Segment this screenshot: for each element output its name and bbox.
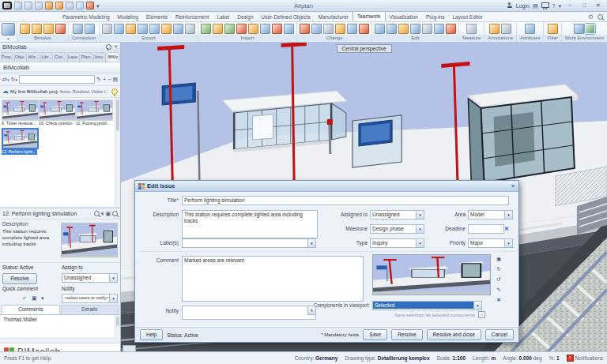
ribbon-tool-icon[interactable]	[323, 24, 334, 34]
chevron-down-icon[interactable]: ▾	[307, 306, 316, 315]
issue-thumbnail[interactable]: 9. Ticket revaluat...	[2, 99, 37, 126]
chevron-down-icon[interactable]: ▾	[416, 224, 424, 234]
type-select[interactable]: Inquiry▾	[370, 238, 424, 248]
update-view-icon[interactable]: ↻	[494, 265, 503, 273]
ribbon-tool-icon[interactable]	[311, 24, 322, 34]
ribbon-tool-icon[interactable]	[185, 24, 195, 34]
ribbon-tool-icon[interactable]	[359, 24, 369, 34]
plot-icon[interactable]	[86, 2, 94, 9]
chevron-down-icon[interactable]: ▾	[307, 238, 316, 248]
percent-item[interactable]: %: 1	[549, 355, 560, 361]
ribbon-tool-icon[interactable]	[466, 24, 477, 34]
comment-icon[interactable]: ▣	[32, 295, 37, 302]
chevron-down-icon[interactable]: ▾	[109, 294, 118, 303]
length-item[interactable]: Length: m	[473, 355, 496, 361]
ribbon-tool-icon[interactable]	[73, 24, 83, 34]
palette-close-icon[interactable]: ✕	[114, 44, 118, 49]
cancel-button[interactable]: Cancel	[485, 329, 514, 340]
edit-icon[interactable]: ✎	[96, 76, 101, 83]
palette-tab-issues[interactable]: Issu...	[93, 52, 106, 62]
palette-tab-bimcollab[interactable]: BIMc	[107, 52, 119, 62]
ribbon-tool-icon[interactable]	[138, 24, 148, 34]
help-button[interactable]: Help	[140, 329, 163, 340]
palette-tab-wizards[interactable]: Wiz...	[28, 52, 40, 62]
ribbon-tool-icon[interactable]	[446, 24, 456, 34]
issue-viewpoint-thumbnail[interactable]	[61, 223, 118, 257]
tab-details[interactable]: Details	[61, 305, 119, 314]
issue-thumbnail[interactable]: 11. Footing probl...	[76, 99, 111, 126]
drawing-type-item[interactable]: Drawing type: Detailierung komplex	[345, 355, 429, 361]
tab-layout-editor[interactable]: Layout Editor	[448, 12, 486, 21]
tab-label[interactable]: Label	[213, 12, 233, 21]
redo-icon[interactable]	[55, 2, 63, 9]
resolve-button[interactable]: Resolve	[2, 273, 37, 284]
tab-plugins[interactable]: Plug-ins	[422, 12, 448, 21]
issue-thumbnail-selected[interactable]: 12. Perform lighti...	[2, 128, 37, 155]
palette-tab-library[interactable]: Libr...	[40, 52, 53, 62]
ribbon-tool-icon[interactable]	[434, 24, 444, 34]
copy-icon[interactable]	[66, 2, 74, 9]
ribbon-tool-icon[interactable]	[574, 24, 584, 34]
chevron-down-icon[interactable]: ▾	[109, 273, 118, 283]
milestone-select[interactable]: Design phase▾	[370, 224, 424, 234]
ribbon-tool-icon[interactable]	[410, 24, 420, 34]
ribbon-tool-icon[interactable]	[335, 24, 345, 34]
tab-elements[interactable]: Elements	[142, 12, 172, 21]
tab-parametric-modeling[interactable]: Parametric Modeling	[58, 12, 114, 21]
comments-list[interactable]: Thomas Müller	[0, 315, 120, 343]
dialog-title-bar[interactable]: Edit issue ✕	[135, 181, 518, 192]
login-button[interactable]: Login	[516, 3, 530, 9]
lightbulb-icon[interactable]	[111, 88, 118, 95]
restore-button[interactable]: □	[579, 1, 590, 10]
list-view-icon[interactable]: ▤	[112, 76, 118, 83]
country-item[interactable]: Country: Germany	[295, 355, 338, 361]
chevron-down-icon[interactable]: ▾	[473, 301, 482, 310]
ribbon-tool-icon[interactable]	[161, 24, 172, 34]
labels-select[interactable]: ▾	[182, 238, 316, 248]
quick-comment-dropdown-icon[interactable]: ▾	[41, 295, 44, 302]
chevron-down-icon[interactable]: ▾	[504, 238, 513, 248]
ribbon-tool-icon[interactable]	[422, 24, 432, 34]
ribbon-anchor-tool[interactable]: ▾	[0, 21, 17, 42]
ribbon-search-icon[interactable]	[598, 14, 603, 20]
info-display[interactable]	[353, 115, 402, 167]
comments-hscrollbar[interactable]	[0, 338, 115, 343]
ribbon-tool-icon[interactable]	[300, 24, 310, 34]
notifications-item[interactable]: ! Notifications	[567, 355, 603, 362]
issue-search-input[interactable]	[19, 75, 96, 84]
thumbs-up-icon[interactable]: ✓	[22, 295, 27, 302]
delete-view-icon[interactable]: ✕	[494, 295, 503, 304]
ribbon-tool-icon[interactable]	[173, 24, 183, 34]
chevron-down-icon[interactable]: ▾	[504, 210, 513, 220]
zoom-to-issue-icon[interactable]	[94, 211, 100, 216]
edit-view-icon[interactable]: ✎	[494, 285, 503, 294]
camera-icon[interactable]: ▣	[494, 254, 503, 263]
tab-user-defined-objects[interactable]: User-Defined Objects	[258, 12, 315, 21]
clear-deadline-icon[interactable]: ✕	[504, 226, 509, 232]
close-button[interactable]: ✕	[593, 1, 604, 10]
scale-item[interactable]: Scale: 1:100	[437, 355, 466, 361]
ribbon-tool-icon[interactable]	[126, 24, 136, 34]
notify-select[interactable]: <select users to notify>▾	[62, 294, 118, 303]
comments-scrollbar[interactable]	[115, 315, 120, 343]
ribbon-tool-icon[interactable]	[102, 24, 112, 34]
ribbon-tool-icon[interactable]	[20, 24, 30, 34]
priority-select[interactable]: Major▾	[468, 238, 513, 248]
ribbon-tool-icon[interactable]	[272, 24, 282, 34]
comment-textarea[interactable]: Marked areas are relevant	[182, 256, 364, 302]
ribbon-tool-icon[interactable]	[525, 24, 535, 34]
sync-icon[interactable]: ↻▾	[10, 76, 17, 84]
ribbon-tool-icon[interactable]	[149, 24, 160, 34]
issue-list-scrollbar[interactable]	[115, 98, 120, 207]
ribbon-tool-icon[interactable]	[375, 24, 385, 34]
ribbon-tool-icon[interactable]	[201, 24, 211, 34]
new-document-icon[interactable]	[14, 2, 22, 9]
chevron-down-icon[interactable]: ▾	[416, 210, 424, 220]
palette-tab-plans[interactable]: Plan...	[81, 52, 93, 62]
save-selection-checkbox[interactable]: ✓	[478, 311, 485, 318]
assign-to-select[interactable]: Unassigned▾	[62, 273, 118, 283]
zoom-extents-icon[interactable]	[112, 211, 118, 216]
rotate-view-icon[interactable]: ↺	[494, 275, 503, 283]
deadline-input[interactable]	[468, 224, 504, 234]
pin-icon[interactable]	[106, 44, 111, 50]
